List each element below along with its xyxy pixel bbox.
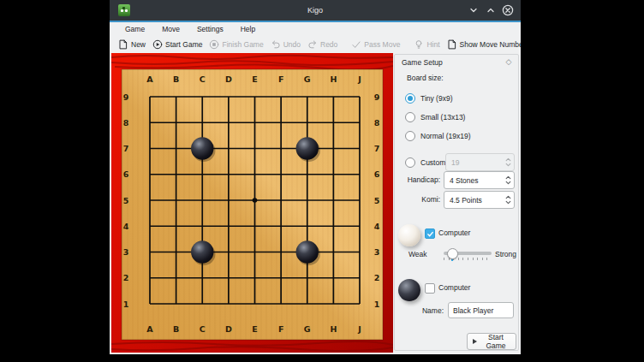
svg-text:C: C <box>200 324 206 334</box>
hint-button: Hint <box>410 36 443 52</box>
panel-title: Game Setup <box>402 58 443 67</box>
white-stone-image <box>398 224 420 246</box>
menu-bar: GameMoveSettingsHelp <box>110 22 521 35</box>
board-size-option-custom[interactable]: Custom: <box>405 157 448 168</box>
handicap-spinbox[interactable]: 4 Stones <box>444 171 515 189</box>
svg-text:2: 2 <box>123 273 129 282</box>
svg-text:7: 7 <box>374 144 380 153</box>
show-move-numbers-icon <box>447 39 457 50</box>
board-size-option-tiny-9x9[interactable]: Tiny (9x9) <box>405 92 452 104</box>
finish-game-icon <box>209 39 219 50</box>
window-title: Kigo <box>110 6 521 15</box>
menu-item-game[interactable]: Game <box>116 25 153 33</box>
svg-text:A: A <box>146 74 153 84</box>
svg-text:H: H <box>330 74 337 84</box>
black-stone-image <box>398 279 420 301</box>
svg-text:5: 5 <box>374 196 380 205</box>
handicap-label: Handicap: <box>395 175 440 184</box>
svg-text:7: 7 <box>123 144 129 153</box>
minimize-button[interactable] <box>468 4 480 16</box>
desktop-background: { "window": { "title": "Kigo" }, "menu":… <box>0 0 644 362</box>
game-setup-panel: Game Setup Board size: Tiny (9x9)Small (… <box>394 54 519 351</box>
strength-strong-label: Strong <box>495 250 516 258</box>
svg-text:8: 8 <box>374 118 380 128</box>
new-button[interactable]: New <box>115 36 149 52</box>
strength-weak-label: Weak <box>408 250 427 258</box>
svg-text:A: A <box>146 324 153 334</box>
hint-icon <box>414 39 424 50</box>
svg-text:C: C <box>200 74 206 84</box>
go-board[interactable]: AABBCCDDEEFFGGHHJJ998877665544332211 <box>111 53 393 353</box>
svg-text:E: E <box>252 324 258 334</box>
svg-text:B: B <box>173 74 179 84</box>
svg-text:H: H <box>330 324 337 334</box>
maximize-button[interactable] <box>485 4 497 16</box>
svg-text:D: D <box>225 324 232 334</box>
board-size-option-normal-19x19[interactable]: Normal (19x19) <box>405 130 471 141</box>
svg-text:1: 1 <box>374 300 380 309</box>
start-game-button[interactable]: Start Game <box>149 36 206 52</box>
redo-icon <box>307 39 318 50</box>
toolbar: NewStart GameFinish GameUndoRedoPass Mov… <box>110 35 521 53</box>
black-computer-label: Computer <box>438 283 470 292</box>
komi-spinbox[interactable]: 4.5 Points <box>444 191 515 209</box>
pass-move-button: Pass Move <box>348 36 403 52</box>
custom-size-spinbox: 19 <box>445 153 515 171</box>
black-computer-checkbox[interactable] <box>425 283 435 294</box>
svg-text:3: 3 <box>374 247 380 257</box>
new-icon <box>118 39 128 50</box>
board-widget: AABBCCDDEEFFGGHHJJ998877665544332211 <box>111 53 393 353</box>
board-size-option-small-13x13[interactable]: Small (13x13) <box>405 111 465 122</box>
svg-text:9: 9 <box>374 92 380 102</box>
svg-text:3: 3 <box>123 247 129 257</box>
svg-text:9: 9 <box>123 92 129 102</box>
name-label: Name: <box>395 306 444 315</box>
black-player-name-input[interactable] <box>448 302 514 318</box>
finish-game-button: Finish Game <box>206 36 266 52</box>
white-computer-checkbox[interactable] <box>425 228 435 239</box>
svg-text:G: G <box>304 324 311 334</box>
svg-text:J: J <box>357 324 361 334</box>
kigo-window: Kigo GameMoveSettingsHelp NewStart GameF… <box>110 0 521 354</box>
white-computer-label: Computer <box>438 228 470 237</box>
start-game-button[interactable]: Start Game <box>467 333 516 350</box>
redo-button: Redo <box>304 36 341 52</box>
start-game-icon <box>152 39 163 50</box>
svg-text:6: 6 <box>123 169 129 179</box>
svg-text:B: B <box>173 324 179 334</box>
close-button[interactable] <box>502 4 514 16</box>
komi-label: Komi: <box>395 195 440 204</box>
svg-text:G: G <box>304 74 311 84</box>
svg-text:D: D <box>225 74 232 84</box>
play-icon <box>473 339 477 344</box>
title-bar: Kigo <box>110 0 521 21</box>
pass-move-icon <box>351 39 361 50</box>
diamond-icon[interactable] <box>504 56 514 67</box>
undo-button: Undo <box>267 36 304 52</box>
menu-item-settings[interactable]: Settings <box>188 25 232 33</box>
svg-text:6: 6 <box>374 169 380 179</box>
svg-text:8: 8 <box>123 118 129 128</box>
board-size-label: Board size: <box>407 74 444 82</box>
svg-text:5: 5 <box>123 196 129 205</box>
main-content: AABBCCDDEEFFGGHHJJ998877665544332211 Gam… <box>110 53 521 354</box>
menu-item-help[interactable]: Help <box>232 25 264 33</box>
svg-text:E: E <box>252 74 258 84</box>
menu-item-move[interactable]: Move <box>153 25 188 33</box>
undo-icon <box>271 39 281 50</box>
svg-text:F: F <box>278 74 284 84</box>
radio-button[interactable] <box>405 131 415 141</box>
show-move-numbers-button[interactable]: Show Move Numbers <box>444 36 522 52</box>
radio-button[interactable] <box>405 157 415 168</box>
radio-button[interactable] <box>405 93 415 104</box>
svg-text:4: 4 <box>123 222 129 231</box>
svg-text:1: 1 <box>123 300 129 309</box>
svg-text:2: 2 <box>374 273 380 282</box>
svg-text:J: J <box>357 74 361 84</box>
svg-text:4: 4 <box>374 222 380 231</box>
svg-text:F: F <box>278 324 284 334</box>
radio-button[interactable] <box>405 112 415 122</box>
strength-slider-handle[interactable] <box>447 248 458 259</box>
